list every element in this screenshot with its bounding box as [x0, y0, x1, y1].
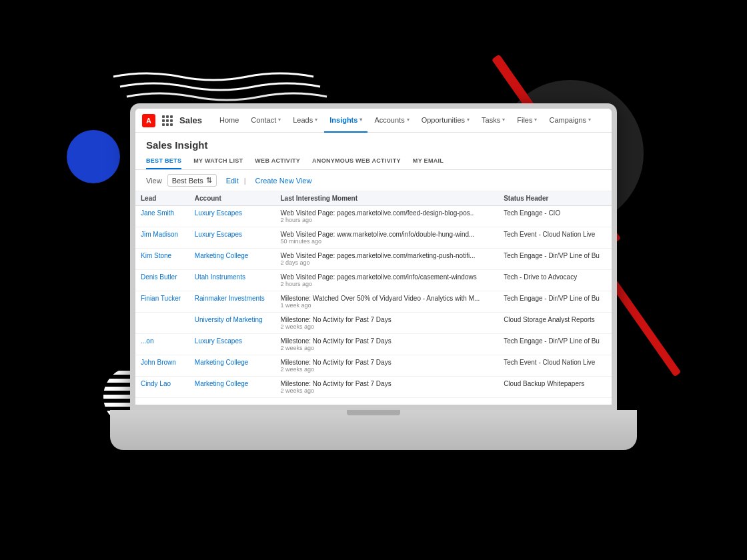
moment-description: Milestone: Watched Over 50% of Vidyard V…	[280, 295, 480, 302]
tab-my-email[interactable]: MY EMAIL	[413, 155, 444, 169]
nav-chevron-icon: ▾	[315, 117, 317, 123]
moment-time: 1 week ago	[280, 302, 493, 309]
laptop-screen: A Sales HomeContact▾Leads▾Insights▾Accou…	[130, 103, 617, 410]
nav-item-tasks[interactable]: Tasks▾	[476, 109, 510, 133]
laptop-base	[110, 410, 637, 450]
lead-name[interactable]: Denis Butler	[141, 273, 177, 281]
status-value: Tech Event - Cloud Nation Live	[504, 231, 595, 238]
nav-item-campaigns[interactable]: Campaigns▾	[544, 109, 596, 133]
nav-bar: HomeContact▾Leads▾Insights▾Accounts▾Oppo…	[214, 109, 605, 133]
app-name: Sales	[179, 115, 202, 125]
view-bar: View Best Bets ⇅ Edit | Create New View	[135, 170, 612, 191]
lead-name[interactable]: Jim Madison	[141, 231, 178, 238]
moment-time: 2 days ago	[280, 259, 493, 266]
app-chrome: A Sales HomeContact▾Leads▾Insights▾Accou…	[135, 109, 612, 405]
status-value: Tech Engage - Dir/VP Line of Bu	[504, 337, 600, 345]
tab-anonymous-web-activity[interactable]: ANONYMOUS WEB ACTIVITY	[312, 155, 401, 169]
nav-chevron-icon: ▾	[502, 117, 505, 123]
lead-name[interactable]: John Brown	[141, 359, 176, 366]
nav-chevron-icon: ▾	[407, 117, 410, 123]
account-name[interactable]: Luxury Escapes	[195, 231, 242, 238]
col-status: Status Header	[498, 191, 612, 206]
col-account: Account	[189, 191, 275, 206]
nav-item-home[interactable]: Home	[214, 109, 244, 133]
moment-time: 2 weeks ago	[280, 323, 493, 330]
moment-description: Milestone: No Activity for Past 7 Days	[280, 380, 391, 387]
nav-label: Files	[517, 116, 532, 124]
account-name[interactable]: Luxury Escapes	[195, 337, 242, 345]
account-name[interactable]: University of Marketing	[195, 316, 263, 323]
table-row: John BrownMarketing CollegeMilestone: No…	[135, 355, 612, 377]
table-row: ...onLuxury EscapesMilestone: No Activit…	[135, 334, 612, 355]
col-moment: Last Interesting Moment	[275, 191, 498, 206]
tab-web-activity[interactable]: WEB ACTIVITY	[255, 155, 300, 169]
status-value: Tech - Drive to Advocacy	[504, 273, 577, 281]
nav-item-accounts[interactable]: Accounts▾	[369, 109, 414, 133]
create-view-link[interactable]: Create New View	[255, 177, 312, 185]
nav-chevron-icon: ▾	[534, 117, 537, 123]
table-row: University of MarketingMilestone: No Act…	[135, 313, 612, 334]
lead-name[interactable]: Cindy Lao	[141, 380, 171, 387]
lead-name[interactable]: Finian Tucker	[141, 295, 181, 302]
nav-item-files[interactable]: Files▾	[512, 109, 542, 133]
table-body: Jane SmithLuxury EscapesWeb Visited Page…	[135, 206, 612, 398]
moment-description: Web Visited Page: www.marketolive.com/in…	[280, 231, 474, 238]
view-label: View	[146, 177, 162, 185]
account-name[interactable]: Utah Instruments	[195, 273, 245, 281]
main-content: Sales Insight BEST BETSMY WATCH LISTWEB …	[135, 133, 612, 405]
lead-name[interactable]: ...on	[141, 337, 153, 345]
account-name[interactable]: Rainmaker Investments	[195, 295, 265, 302]
nav-label: Campaigns	[549, 116, 586, 124]
account-name[interactable]: Luxury Escapes	[195, 209, 242, 217]
table-row: Jim MadisonLuxury EscapesWeb Visited Pag…	[135, 227, 612, 249]
lead-name[interactable]: Kim Stone	[141, 252, 171, 259]
nav-item-insights[interactable]: Insights▾	[324, 109, 367, 133]
nav-chevron-icon: ▾	[359, 117, 362, 123]
view-select[interactable]: Best Bets ⇅	[167, 174, 217, 187]
nav-item-opportunities[interactable]: Opportunities▾	[416, 109, 475, 133]
nav-chevron-icon: ▾	[588, 117, 591, 123]
account-name[interactable]: Marketing College	[195, 359, 249, 366]
moment-description: Milestone: No Activity for Past 7 Days	[280, 316, 391, 323]
table-container: Lead Account Last Interesting Moment Sta…	[135, 191, 612, 398]
nav-label: Leads	[293, 116, 313, 124]
status-value: Tech Engage - CIO	[504, 209, 560, 217]
moment-description: Web Visited Page: pages.marketolive.com/…	[280, 252, 475, 259]
nav-label: Contact	[251, 116, 276, 124]
edit-view-link[interactable]: Edit	[226, 177, 239, 185]
moment-time: 2 weeks ago	[280, 366, 493, 373]
lead-name[interactable]: Jane Smith	[141, 209, 174, 217]
account-name[interactable]: Marketing College	[195, 252, 249, 259]
laptop-container: A Sales HomeContact▾Leads▾Insights▾Accou…	[130, 103, 617, 450]
account-name[interactable]: Marketing College	[195, 380, 249, 387]
view-separator: |	[244, 177, 246, 185]
tabs-bar: BEST BETSMY WATCH LISTWEB ACTIVITYANONYM…	[135, 155, 612, 170]
nav-label: Insights	[329, 116, 357, 124]
table-row: Cindy LaoMarketing CollegeMilestone: No …	[135, 377, 612, 398]
view-select-value: Best Bets	[172, 177, 203, 185]
page-title: Sales Insight	[135, 133, 612, 155]
nav-label: Accounts	[374, 116, 404, 124]
table-row: Finian TuckerRainmaker InvestmentsMilest…	[135, 291, 612, 313]
status-value: Tech Engage - Dir/VP Line of Bu	[504, 252, 600, 259]
tab-best-bets[interactable]: BEST BETS	[146, 155, 181, 169]
moment-description: Milestone: No Activity for Past 7 Days	[280, 337, 391, 345]
moment-time: 2 weeks ago	[280, 387, 493, 394]
moment-description: Web Visited Page: pages.marketolive.com/…	[280, 273, 476, 281]
tab-my-watch-list[interactable]: MY WATCH LIST	[193, 155, 243, 169]
status-value: Cloud Backup Whitepapers	[504, 380, 584, 387]
status-value: Tech Event - Cloud Nation Live	[504, 359, 595, 366]
nav-label: Tasks	[482, 116, 500, 124]
wavy-lines-decoration	[107, 67, 333, 107]
app-header: A Sales HomeContact▾Leads▾Insights▾Accou…	[135, 109, 612, 133]
nav-label: Opportunities	[422, 116, 465, 124]
table-header: Lead Account Last Interesting Moment Sta…	[135, 191, 612, 206]
adobe-logo: A	[142, 114, 155, 127]
grid-icon[interactable]	[162, 115, 173, 126]
moment-time: 2 weeks ago	[280, 345, 493, 351]
nav-item-contact[interactable]: Contact▾	[245, 109, 286, 133]
moment-time: 2 hours ago	[280, 281, 493, 287]
moment-description: Web Visited Page: pages.marketolive.com/…	[280, 209, 474, 217]
moment-description: Milestone: No Activity for Past 7 Days	[280, 359, 391, 366]
nav-item-leads[interactable]: Leads▾	[287, 109, 323, 133]
